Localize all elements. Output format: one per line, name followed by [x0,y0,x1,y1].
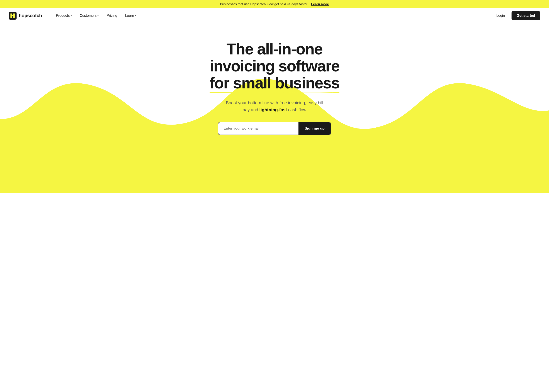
logo-text: hopscotch [19,13,42,19]
announcement-bar: Businesses that use Hopscotch Flow get p… [0,0,549,8]
hero-subtitle-text3: cash flow [288,107,306,112]
nav-item-pricing[interactable]: Pricing [104,12,120,19]
hero-title-line3-wrapper: for small business [210,75,339,92]
hero-section: The all-in-one invoicing software for sm… [0,23,549,171]
signup-button[interactable]: Sign me up [298,122,331,135]
hero-subtitle-text1: Boost your bottom line with free invoici… [226,100,323,105]
nav-products-label: Products [56,14,70,18]
hero-subtitle-bold: lightning-fast [260,107,287,112]
get-started-button[interactable]: Get started [512,11,540,20]
signup-form: Sign me up [218,122,331,135]
nav-actions: Login Get started [493,11,540,20]
hero-title-line2: invoicing software [210,57,339,75]
announcement-text: Businesses that use Hopscotch Flow get p… [220,2,308,6]
logo[interactable]: hopscotch [9,12,42,20]
hero-subtitle: Boost your bottom line with free invoici… [226,99,323,113]
nav-item-customers[interactable]: Customers ▾ [77,12,102,19]
nav-item-learn[interactable]: Learn ▾ [122,12,139,19]
nav-links: Products ▾ Customers ▾ Pricing Learn ▾ [53,12,493,19]
chevron-down-icon: ▾ [97,14,99,17]
hero-underline-decoration [210,91,339,93]
hero-subtitle-text2: pay and [243,107,258,112]
nav-pricing-label: Pricing [106,14,117,18]
announcement-link[interactable]: Learn more [311,2,329,6]
nav-item-products[interactable]: Products ▾ [53,12,75,19]
hero-title-line1: The all-in-one [226,40,323,58]
chevron-down-icon: ▾ [135,14,136,17]
nav-customers-label: Customers [80,14,97,18]
logo-icon [9,12,17,20]
login-button[interactable]: Login [493,12,508,19]
bottom-yellow-area [0,171,549,193]
hero-title: The all-in-one invoicing software for sm… [210,41,339,91]
nav-learn-label: Learn [125,14,134,18]
email-input[interactable] [218,122,298,135]
chevron-down-icon: ▾ [70,14,72,17]
hero-title-line3: for small business [210,74,339,92]
navbar: hopscotch Products ▾ Customers ▾ Pricing… [0,8,549,23]
